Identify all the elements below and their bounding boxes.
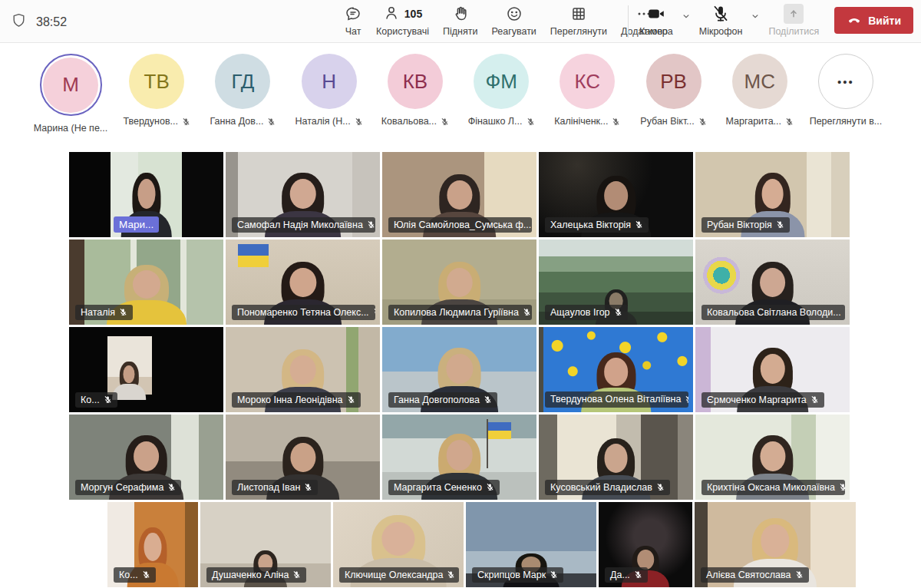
- video-tile[interactable]: Душаченко Аліна: [200, 502, 331, 587]
- avatar-item[interactable]: КСКалініченк...: [547, 54, 627, 147]
- participant-name-label: Мороко Інна Леонідівна: [232, 392, 361, 408]
- video-tile[interactable]: Ковальова Світлана Володи...: [695, 239, 850, 325]
- camera-dropdown-chevron-icon[interactable]: [681, 11, 692, 25]
- participant-name-label: Халецька Вікторія: [545, 217, 649, 233]
- participant-name-label: Алієва Святослава: [701, 567, 809, 583]
- mic-muted-icon: [685, 395, 688, 404]
- chat-label: Чат: [345, 26, 361, 37]
- avatar-item[interactable]: ТВТвердунов...: [117, 54, 196, 147]
- video-tile[interactable]: Моргун Серафима: [69, 415, 223, 500]
- video-tile[interactable]: Листопад Іван: [226, 415, 380, 500]
- participant-name: Да...: [610, 570, 630, 580]
- view-button[interactable]: Переглянути: [550, 4, 607, 37]
- avatar-item[interactable]: ФМФінашко Л...: [461, 54, 541, 147]
- video-grid-row: Ко...Душаченко АлінаКлючище ОлександраСк…: [107, 502, 850, 587]
- video-tile[interactable]: Ко...: [107, 502, 198, 587]
- video-tile[interactable]: Крихтіна Оксана Миколаївна: [695, 415, 850, 500]
- avatar-item[interactable]: МСМаргарита...: [720, 54, 800, 147]
- avatar-initials: ГД: [215, 54, 270, 109]
- participant-name: Мороко Інна Леонідівна: [237, 395, 343, 405]
- participant-name-label: Єрмоченко Маргарита: [701, 392, 824, 408]
- avatar-item[interactable]: ГДГанна Дов...: [203, 54, 282, 147]
- participant-name: Крихтіна Оксана Миколаївна: [707, 483, 835, 493]
- video-tile[interactable]: Мороко Інна Леонідівна: [226, 327, 380, 412]
- video-tile[interactable]: Скрипцов Марк: [466, 502, 596, 587]
- react-label: Реагувати: [491, 26, 536, 37]
- avatar-item[interactable]: ННаталія (Н...: [289, 54, 369, 147]
- video-tile[interactable]: Наталія: [69, 239, 223, 325]
- grid-view-icon: [569, 4, 588, 24]
- meeting-toolbar: 38:52 Чат 105 Користувачі Підняти: [0, 0, 921, 43]
- meeting-timer: 38:52: [36, 15, 67, 29]
- participant-name: Листопад Іван: [237, 483, 300, 493]
- video-tile[interactable]: Самофал Надія Миколаївна: [226, 152, 380, 237]
- participant-name-label: Ковальова Світлана Володи...: [701, 305, 845, 321]
- video-tile[interactable]: Ащаулов Ігор: [539, 239, 693, 325]
- chat-button[interactable]: Чат: [344, 4, 362, 37]
- avatar-ring: КС: [560, 54, 615, 109]
- avatar-initials: КВ: [388, 54, 443, 109]
- avatar-item[interactable]: ММарина (Не пе...: [31, 54, 111, 147]
- video-tile[interactable]: Копилова Людмила Гуріївна: [382, 239, 536, 325]
- avatar-ring: КВ: [388, 54, 443, 109]
- participant-name-label: Наталія: [75, 305, 133, 321]
- share-button[interactable]: Поділитися: [768, 4, 819, 37]
- video-tile[interactable]: Рубан Вікторія: [695, 152, 850, 237]
- mic-muted-icon: [635, 220, 643, 229]
- mic-button[interactable]: Мікрофон: [699, 4, 743, 37]
- raise-hand-label: Підняти: [443, 26, 477, 37]
- participant-name-label: Душаченко Аліна: [206, 567, 306, 583]
- avatar-ring: МС: [732, 54, 787, 109]
- hangup-icon: [847, 12, 862, 29]
- participant-name-label: Ко...: [75, 392, 117, 408]
- avatar-initials: ТВ: [129, 54, 184, 109]
- video-tile[interactable]: Пономаренко Тетяна Олекс...: [226, 239, 380, 325]
- mic-label: Мікрофон: [699, 26, 743, 37]
- mic-muted-icon: [119, 308, 127, 316]
- video-tile[interactable]: Халецька Вікторія: [539, 152, 693, 237]
- video-tile[interactable]: Ключище Олександра: [333, 502, 464, 587]
- video-grid-row: Ко...Мороко Інна ЛеонідівнаГанна Довгопо…: [69, 327, 850, 412]
- avatar-item[interactable]: РВРубан Вікт...: [634, 54, 714, 147]
- mic-muted-icon: [367, 220, 375, 229]
- participant-name: Ко...: [81, 395, 100, 405]
- camera-button[interactable]: Камера: [639, 4, 673, 37]
- participant-name-label: Твердунова Олена ВіталіївнаA: [545, 391, 688, 408]
- participant-name-label: Крихтіна Оксана Миколаївна: [701, 480, 845, 496]
- avatar-ring: •••: [818, 54, 873, 109]
- participants-label: Користувачі: [376, 26, 429, 37]
- video-tile[interactable]: Твердунова Олена ВіталіївнаA: [539, 327, 693, 412]
- video-tile[interactable]: Мари...: [69, 152, 223, 237]
- mic-dropdown-chevron-icon[interactable]: [750, 11, 761, 25]
- avatar-ring: РВ: [646, 54, 701, 109]
- avatar-name: Переглянути в...: [810, 116, 883, 127]
- video-tile[interactable]: Алієва Святослава: [695, 502, 856, 587]
- avatar-overflow-item[interactable]: •••Переглянути в...: [806, 54, 886, 147]
- mic-muted-icon: [785, 117, 794, 126]
- react-button[interactable]: Реагувати: [491, 4, 536, 37]
- participants-button[interactable]: 105 Користувачі: [376, 4, 429, 37]
- video-tile[interactable]: Ганна Довгополова: [382, 327, 536, 412]
- participant-name: Моргун Серафима: [81, 483, 163, 493]
- participant-name: Маргарита Сененко: [394, 483, 482, 493]
- shield-icon: [11, 12, 27, 31]
- participant-name: Скрипцов Марк: [477, 570, 546, 580]
- raise-hand-button[interactable]: Підняти: [443, 4, 477, 37]
- video-tile[interactable]: Єрмоченко Маргарита: [695, 327, 850, 412]
- video-tile[interactable]: Кусовський Владислав: [539, 415, 693, 500]
- mic-muted-icon: [776, 220, 784, 229]
- video-tile[interactable]: Ко...: [69, 327, 223, 412]
- participant-name: Душаченко Аліна: [212, 570, 289, 580]
- video-tile[interactable]: Маргарита Сененко: [382, 415, 536, 500]
- avatar-item[interactable]: КВКовальова...: [375, 54, 455, 147]
- share-label: Поділитися: [768, 26, 819, 37]
- leave-button[interactable]: Вийти: [834, 7, 913, 34]
- video-tile[interactable]: Юлія Самойлова_Сумська ф...: [382, 152, 536, 237]
- mic-muted-icon: [142, 570, 150, 579]
- avatar-initials: М: [43, 58, 98, 113]
- participant-name-label: Ключище Олександра: [339, 567, 459, 583]
- raise-hand-icon: [451, 4, 470, 24]
- mic-muted-icon: [810, 395, 819, 404]
- video-tile[interactable]: Да...: [599, 502, 692, 587]
- avatar-name: Рубан Вікт...: [640, 116, 694, 127]
